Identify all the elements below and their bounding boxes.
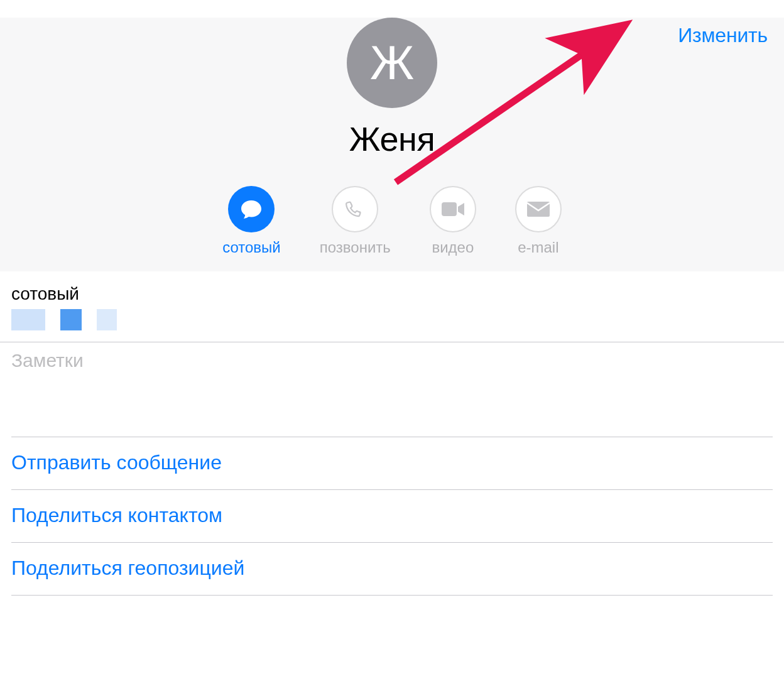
phone-number xyxy=(11,309,773,330)
edit-button[interactable]: Изменить xyxy=(678,24,768,47)
message-icon xyxy=(228,186,275,232)
svg-rect-1 xyxy=(527,202,550,217)
avatar-initial: Ж xyxy=(370,39,414,87)
phone-type-label: сотовый xyxy=(11,284,773,304)
contact-name: Женя xyxy=(0,119,784,158)
phone-icon xyxy=(332,186,378,232)
action-call-label: позвонить xyxy=(320,239,391,256)
notes-section[interactable]: Заметки xyxy=(0,342,784,437)
phone-section[interactable]: сотовый xyxy=(0,271,784,342)
share-contact-row[interactable]: Поделиться контактом xyxy=(11,489,773,542)
share-location-row[interactable]: Поделиться геопозицией xyxy=(11,542,773,596)
action-email[interactable]: e-mail xyxy=(515,186,562,256)
mail-icon xyxy=(515,186,562,232)
action-call[interactable]: позвонить xyxy=(320,186,391,256)
action-list: Отправить сообщение Поделиться контактом… xyxy=(0,437,784,596)
action-message[interactable]: сотовый xyxy=(222,186,281,256)
notes-placeholder: Заметки xyxy=(11,350,773,371)
video-icon xyxy=(430,186,476,232)
quick-actions: сотовый позвонить видео xyxy=(0,186,784,256)
avatar: Ж xyxy=(347,18,437,108)
action-video-label: видео xyxy=(432,239,474,256)
redacted-segment xyxy=(97,309,117,330)
contact-header: Изменить Ж Женя сотовый позвонить xyxy=(0,18,784,271)
redacted-segment xyxy=(11,309,45,330)
action-email-label: e-mail xyxy=(518,239,558,256)
action-video[interactable]: видео xyxy=(430,186,476,256)
action-message-label: сотовый xyxy=(222,239,281,256)
svg-rect-0 xyxy=(442,202,457,216)
redacted-segment xyxy=(60,309,82,330)
send-message-row[interactable]: Отправить сообщение xyxy=(11,437,773,489)
